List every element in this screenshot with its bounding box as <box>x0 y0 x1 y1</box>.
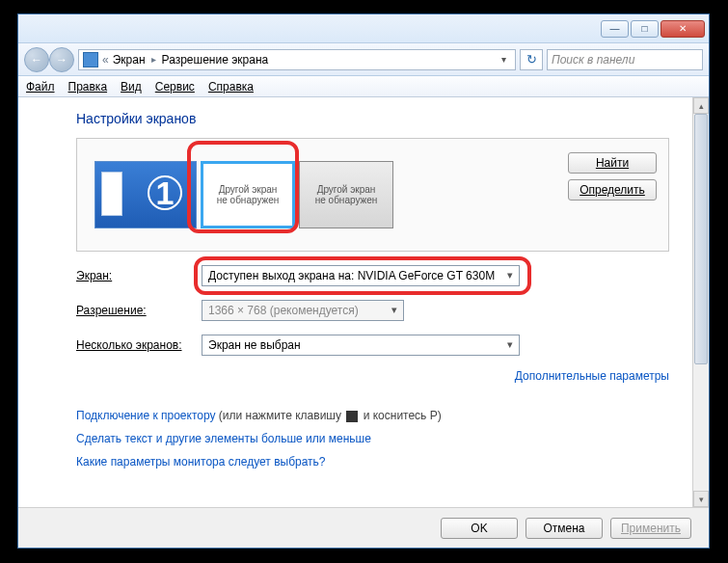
search-input[interactable]: Поиск в панели <box>547 49 703 70</box>
monitor-1[interactable]: 1 <box>94 161 197 228</box>
address-dropdown-icon[interactable]: ▾ <box>496 54 511 65</box>
textsize-link[interactable]: Сделать текст и другие элементы больше и… <box>76 432 371 445</box>
menu-help[interactable]: Справка <box>208 80 254 94</box>
advanced-settings-link[interactable]: Дополнительные параметры <box>515 369 669 383</box>
close-button[interactable]: ✕ <box>661 20 705 38</box>
monitor-nd2-line1: Другой экран <box>317 184 376 195</box>
detect-button[interactable]: Определить <box>568 179 657 201</box>
resolution-select-value: 1366 × 768 (рекомендуется) <box>208 304 359 317</box>
menu-edit[interactable]: Правка <box>68 80 108 94</box>
display-preview-box: 1 Другой экран не обнаружен Другой экран… <box>76 138 669 252</box>
apply-button: Применить <box>610 518 691 539</box>
page-title: Настройки экранов <box>76 111 669 126</box>
breadcrumb-1[interactable]: Экран <box>113 53 146 67</box>
back-button[interactable]: ← <box>24 47 49 72</box>
minimize-button[interactable]: — <box>601 20 629 38</box>
menu-file[interactable]: Файл <box>26 80 55 94</box>
footer: OK Отмена Применить <box>18 507 709 548</box>
multi-select[interactable]: Экран не выбран <box>202 335 520 356</box>
content-area: Настройки экранов 1 Другой экран не обна… <box>18 97 692 507</box>
screen-select-value: Доступен выход экрана на: NVIDIA GeForce… <box>208 269 495 282</box>
address-bar[interactable]: « Экран ▸ Разрешение экрана ▾ <box>78 49 516 70</box>
monitor-nd2-line2: не обнаружен <box>315 195 378 205</box>
breadcrumb-2[interactable]: Разрешение экрана <box>162 53 269 67</box>
monitor-not-detected-2[interactable]: Другой экран не обнаружен <box>299 161 393 228</box>
scroll-thumb[interactable] <box>694 114 708 364</box>
window: — □ ✕ ← → « Экран ▸ Разрешение экрана ▾ … <box>17 13 710 549</box>
menu-tools[interactable]: Сервис <box>155 80 195 94</box>
projector-hint-2: и коснитесь P) <box>360 409 441 422</box>
projector-link[interactable]: Подключение к проектору <box>76 409 216 422</box>
maximize-button[interactable]: □ <box>631 20 659 38</box>
menu-view[interactable]: Вид <box>121 80 142 94</box>
resolution-label: Разрешение: <box>76 304 202 317</box>
multi-label: Несколько экранов: <box>76 338 202 352</box>
screen-label: Экран: <box>76 269 202 282</box>
find-button[interactable]: Найти <box>568 152 657 174</box>
ok-button[interactable]: OK <box>441 518 518 539</box>
screen-select[interactable]: Доступен выход экрана на: NVIDIA GeForce… <box>202 265 520 286</box>
menubar: Файл Правка Вид Сервис Справка <box>18 76 709 97</box>
vertical-scrollbar[interactable]: ▴ ▾ <box>692 97 709 507</box>
monitor-nd1-line2: не обнаружен <box>217 195 280 205</box>
cancel-button[interactable]: Отмена <box>526 518 603 539</box>
scroll-down-arrow[interactable]: ▾ <box>693 491 709 507</box>
multi-select-value: Экран не выбран <box>208 338 301 352</box>
monitor-not-detected-1[interactable]: Другой экран не обнаружен <box>201 161 295 228</box>
navbar: ← → « Экран ▸ Разрешение экрана ▾ ↻ Поис… <box>18 43 709 76</box>
winkey-icon <box>346 411 358 422</box>
scroll-up-arrow[interactable]: ▴ <box>693 97 709 114</box>
forward-button[interactable]: → <box>49 47 74 72</box>
projector-hint-1: (или нажмите клавишу <box>216 409 345 422</box>
monitor-1-thumbnail <box>101 172 122 216</box>
location-icon <box>83 52 98 67</box>
titlebar: — □ ✕ <box>18 14 709 43</box>
monitor-nd1-line1: Другой экран <box>219 184 278 195</box>
which-monitor-link[interactable]: Какие параметры монитора следует выбрать… <box>76 455 326 469</box>
monitor-1-number: 1 <box>148 175 182 210</box>
refresh-button[interactable]: ↻ <box>520 49 543 70</box>
breadcrumb-sep-1: ▸ <box>149 54 158 65</box>
resolution-select: 1366 × 768 (рекомендуется) <box>202 300 404 321</box>
address-prefix: « <box>102 53 109 67</box>
